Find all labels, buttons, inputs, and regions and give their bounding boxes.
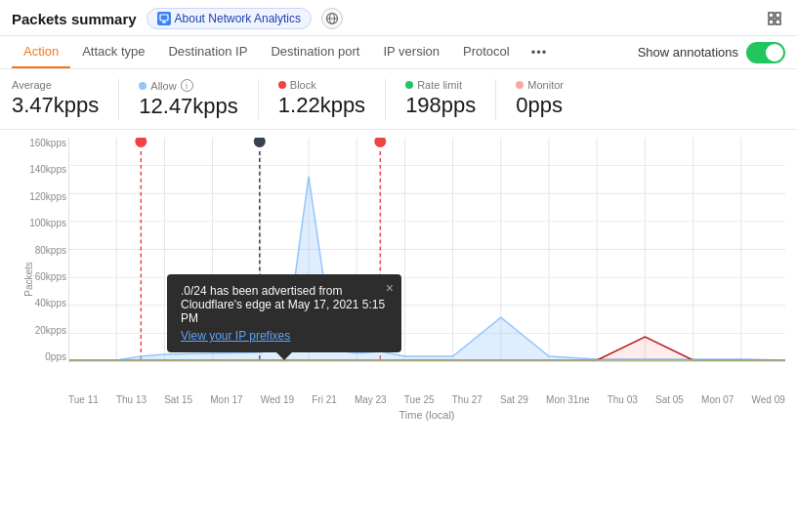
- svg-rect-6: [769, 13, 774, 18]
- svg-rect-7: [776, 20, 780, 24]
- x-label-mon07: Mon 07: [701, 394, 734, 405]
- x-label-tue25: Tue 25: [404, 394, 435, 405]
- chart-plot: × .0/24 has been advertised from Cloudfl…: [68, 138, 785, 362]
- page-title: Packets summary: [12, 11, 137, 27]
- rate-limit-dot: [405, 81, 413, 89]
- show-annotations-label: Show annotations: [638, 45, 738, 60]
- svg-point-35: [253, 138, 267, 148]
- x-label-thu03: Thu 03: [608, 394, 638, 405]
- svg-point-36: [373, 138, 387, 148]
- stats-row: Average 3.47kpps Allow i 12.47kpps Block…: [0, 69, 797, 130]
- x-label-thu13: Thu 13: [116, 394, 147, 405]
- x-label-mon17: Mon 17: [210, 394, 242, 405]
- block-dot: [278, 81, 286, 89]
- svg-rect-8: [776, 13, 780, 18]
- stat-block-label: Block: [278, 79, 365, 91]
- monitor-icon: [159, 14, 169, 23]
- stat-allow-value: 12.47kpps: [139, 94, 238, 119]
- stat-divider-2: [258, 79, 259, 119]
- stat-allow-label: Allow i: [139, 79, 238, 92]
- x-label-wed09: Wed 09: [752, 394, 785, 405]
- expand-button[interactable]: [764, 8, 785, 29]
- y-label-120: 120kpps: [25, 191, 66, 202]
- x-label-sat15: Sat 15: [164, 394, 192, 405]
- y-label-40: 40kpps: [25, 298, 66, 308]
- y-label-140: 140kpps: [25, 164, 66, 175]
- x-axis-labels: Tue 11 Thu 13 Sat 15 Mon 17 Wed 19 Fri 2…: [68, 394, 785, 405]
- stat-divider-3: [385, 79, 386, 119]
- tooltip-close-button[interactable]: ×: [386, 280, 394, 296]
- globe-icon: [325, 12, 339, 25]
- stat-block: Block 1.22kpps: [278, 79, 385, 119]
- svg-rect-0: [160, 15, 168, 20]
- x-label-sat05: Sat 05: [655, 394, 684, 405]
- annotation-tooltip: × .0/24 has been advertised from Cloudfl…: [167, 274, 401, 352]
- x-label-fri21: Fri 21: [312, 394, 337, 405]
- stat-average: Average 3.47kpps: [12, 79, 118, 119]
- stat-allow: Allow i 12.47kpps: [139, 79, 258, 119]
- allow-info-icon[interactable]: i: [181, 79, 193, 92]
- x-label-wed19: Wed 19: [261, 394, 294, 405]
- x-label-tue11: Tue 11: [68, 394, 99, 405]
- tab-destination-port[interactable]: Destination port: [259, 36, 371, 68]
- header: Packets summary About Network Analytics: [0, 0, 797, 36]
- x-label-thu27: Thu 27: [452, 394, 482, 405]
- stat-divider-4: [495, 79, 496, 119]
- stat-rate-limit-label: Rate limit: [405, 79, 476, 91]
- svg-point-34: [134, 138, 147, 148]
- tooltip-link[interactable]: View your IP prefixes: [181, 329, 290, 343]
- x-label-sat29: Sat 29: [500, 394, 528, 405]
- about-network-analytics-button[interactable]: About Network Analytics: [147, 8, 312, 29]
- stat-block-value: 1.22kpps: [278, 93, 365, 118]
- show-annotations-toggle[interactable]: [746, 42, 785, 63]
- x-label-may23: May 23: [355, 394, 387, 405]
- tab-more[interactable]: •••: [522, 37, 558, 67]
- x-axis-title: Time (local): [68, 409, 785, 421]
- header-left: Packets summary About Network Analytics: [12, 8, 343, 29]
- tab-attack-type[interactable]: Attack type: [70, 36, 156, 68]
- page-container: Packets summary About Network Analytics: [0, 0, 797, 452]
- stat-rate-limit-value: 198pps: [405, 93, 476, 118]
- y-label-100: 100kpps: [25, 218, 66, 228]
- stat-divider-1: [118, 79, 119, 119]
- expand-icon: [767, 11, 782, 26]
- y-label-0: 0pps: [25, 351, 66, 362]
- stat-rate-limit: Rate limit 198pps: [405, 79, 495, 119]
- tooltip-arrow: [276, 352, 292, 360]
- chart-area: Packets 160kpps 140kpps 120kpps 100kpps …: [0, 130, 797, 452]
- stat-average-label: Average: [12, 79, 99, 91]
- tab-destination-ip[interactable]: Destination IP: [156, 36, 259, 68]
- tab-action[interactable]: Action: [12, 36, 70, 68]
- y-label-80: 80kpps: [25, 245, 66, 256]
- monitor-dot: [516, 81, 524, 89]
- globe-button[interactable]: [321, 8, 343, 29]
- x-label-mon31: Mon 31ne: [546, 394, 589, 405]
- stat-monitor-value: 0pps: [516, 93, 564, 118]
- tab-protocol[interactable]: Protocol: [451, 36, 522, 68]
- stat-average-value: 3.47kpps: [12, 93, 99, 118]
- about-badge-icon: [157, 12, 171, 25]
- tooltip-text: .0/24 has been advertised from Cloudflar…: [181, 284, 388, 325]
- nav-tabs: Action Attack type Destination IP Destin…: [0, 36, 797, 69]
- chart-wrapper: Packets 160kpps 140kpps 120kpps 100kpps …: [12, 138, 785, 421]
- stat-monitor-label: Monitor: [516, 79, 564, 91]
- y-label-20: 20kpps: [25, 325, 66, 336]
- svg-rect-9: [769, 20, 774, 24]
- about-label: About Network Analytics: [175, 12, 301, 25]
- y-label-160: 160kpps: [25, 138, 66, 148]
- y-axis-labels: 160kpps 140kpps 120kpps 100kpps 80kpps 6…: [25, 138, 66, 362]
- allow-dot: [139, 82, 147, 90]
- nav-right: Show annotations: [638, 42, 785, 63]
- tab-ip-version[interactable]: IP version: [371, 36, 451, 68]
- stat-monitor: Monitor 0pps: [516, 79, 583, 119]
- y-label-60: 60kpps: [25, 271, 66, 282]
